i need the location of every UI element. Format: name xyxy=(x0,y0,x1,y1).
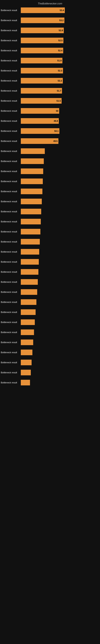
bar-label: Bottleneck result xyxy=(1,90,21,92)
bar-fill: 50 xyxy=(21,108,59,114)
bar-fill xyxy=(21,360,32,365)
bar-fill: 53.2 xyxy=(21,18,64,23)
bar-label: Bottleneck result xyxy=(1,260,21,263)
bar-fill xyxy=(21,259,39,265)
bar-row: Bottleneck result xyxy=(0,188,100,195)
bar-label: Bottleneck result xyxy=(1,140,21,142)
bar-label: Bottleneck result xyxy=(1,301,21,303)
bar-row: Bottleneck result xyxy=(0,168,100,175)
bar-row: Bottleneck result xyxy=(0,349,100,356)
bar-label: Bottleneck result xyxy=(1,230,21,233)
bar-fill xyxy=(21,299,36,305)
bar-label: Bottleneck result xyxy=(1,311,21,313)
bar-label: Bottleneck result xyxy=(1,180,21,182)
bar-label: Bottleneck result xyxy=(1,371,21,374)
bar-label: Bottleneck result xyxy=(1,240,21,243)
bar-row: Bottleneck result xyxy=(0,148,100,154)
bar-value: 51.5 xyxy=(57,100,61,102)
bar-value: 52.3 xyxy=(58,70,62,72)
bar-label: Bottleneck result xyxy=(1,351,21,354)
bar-label: Bottleneck result xyxy=(1,331,21,334)
bar-fill xyxy=(21,178,43,184)
bar-label: Bottleneck result xyxy=(1,190,21,192)
bar-fill xyxy=(21,309,36,315)
bar-label: Bottleneck result xyxy=(1,29,21,32)
bar-value: 52.4 xyxy=(58,49,62,52)
bar-label: Bottleneck result xyxy=(1,49,21,52)
bar-row: Bottleneck result xyxy=(0,299,100,306)
bar-fill xyxy=(21,219,41,224)
bar-label: Bottleneck result xyxy=(1,220,21,223)
bar-row: Bottleneck result xyxy=(0,238,100,245)
bar-row: Bottleneck result xyxy=(0,258,100,265)
bar-fill: 51.9 xyxy=(21,58,62,64)
bars-container: Bottleneck result53.4Bottleneck result53… xyxy=(0,7,100,388)
bar-label: Bottleneck result xyxy=(1,9,21,12)
bar-fill xyxy=(21,158,44,164)
bar-value: 53.4 xyxy=(60,9,64,12)
bar-row: Bottleneck result xyxy=(0,319,100,326)
bar-fill: 49.5 xyxy=(21,138,58,144)
bar-fill: 52.3 xyxy=(21,68,63,74)
bar-row: Bottleneck result xyxy=(0,309,100,316)
bar-value: 49.5 xyxy=(53,140,58,142)
bar-row: Bottleneck result xyxy=(0,158,100,164)
bar-fill xyxy=(21,370,31,375)
bar-row: Bottleneck result49.8 xyxy=(0,118,100,124)
bar-row: Bottleneck result51.7 xyxy=(0,87,100,94)
bar-label: Bottleneck result xyxy=(1,59,21,62)
bar-label: Bottleneck result xyxy=(1,210,21,213)
bar-fill: 52.5 xyxy=(21,38,63,43)
bar-fill xyxy=(21,249,39,254)
bar-fill: 51.7 xyxy=(21,88,62,94)
bar-label: Bottleneck result xyxy=(1,100,21,102)
bar-fill xyxy=(21,199,42,204)
bar-label: Bottleneck result xyxy=(1,150,21,152)
bar-row: Bottleneck result52.2 xyxy=(0,77,100,84)
bar-row: Bottleneck result xyxy=(0,339,100,346)
bar-label: Bottleneck result xyxy=(1,200,21,203)
bar-label: Bottleneck result xyxy=(1,130,21,132)
bar-label: Bottleneck result xyxy=(1,271,21,273)
bar-fill xyxy=(21,188,42,194)
header: TheBottlenecker.com xyxy=(0,0,100,6)
bar-row: Bottleneck result52.3 xyxy=(0,67,100,74)
bar-fill xyxy=(21,209,41,214)
bar-label: Bottleneck result xyxy=(1,160,21,162)
bar-fill xyxy=(21,168,43,174)
bar-row: Bottleneck result50.1 xyxy=(0,128,100,134)
bar-row: Bottleneck result xyxy=(0,228,100,235)
bar-fill: 51.5 xyxy=(21,98,62,104)
bar-fill xyxy=(21,340,33,345)
bar-label: Bottleneck result xyxy=(1,381,21,384)
bar-fill: 52.8 xyxy=(21,28,64,33)
bar-fill: 50.1 xyxy=(21,128,59,134)
bar-label: Bottleneck result xyxy=(1,120,21,122)
bar-label: Bottleneck result xyxy=(1,70,21,72)
bar-label: Bottleneck result xyxy=(1,19,21,22)
bar-fill xyxy=(21,148,45,154)
bar-fill xyxy=(21,229,40,234)
bar-row: Bottleneck result xyxy=(0,178,100,185)
bar-fill xyxy=(21,380,30,386)
bar-fill: 52.4 xyxy=(21,48,63,53)
bar-fill xyxy=(21,279,38,285)
bar-value: 49.8 xyxy=(54,120,58,122)
bar-fill xyxy=(21,289,37,295)
bar-row: Bottleneck result50 xyxy=(0,108,100,114)
bar-value: 52.8 xyxy=(59,29,63,32)
bar-value: 52.2 xyxy=(58,80,62,82)
bar-row: Bottleneck result52.8 xyxy=(0,27,100,34)
bar-fill xyxy=(21,330,34,335)
bar-fill xyxy=(21,239,40,244)
bar-fill xyxy=(21,350,32,355)
bar-row: Bottleneck result xyxy=(0,359,100,366)
bar-fill xyxy=(21,320,35,325)
site-title: TheBottlenecker.com xyxy=(38,2,62,5)
bar-label: Bottleneck result xyxy=(1,281,21,283)
bar-fill: 53.4 xyxy=(21,8,65,13)
bar-row: Bottleneck result52.5 xyxy=(0,37,100,44)
bar-fill: 49.8 xyxy=(21,118,59,124)
bar-row: Bottleneck result53.2 xyxy=(0,17,100,24)
bar-value: 51.7 xyxy=(57,90,61,92)
